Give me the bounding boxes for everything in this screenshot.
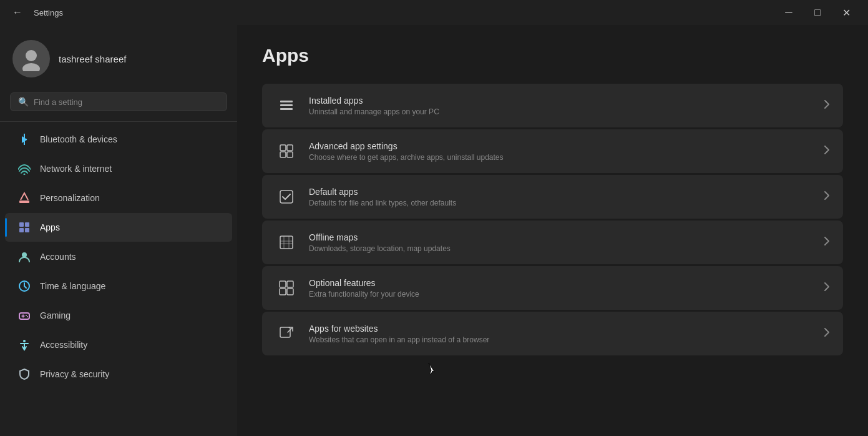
advanced-app-settings-icon	[275, 140, 298, 162]
advanced-app-settings-chevron-icon	[824, 145, 830, 157]
default-apps-icon	[275, 186, 298, 208]
optional-features-title: Optional features	[309, 278, 812, 288]
svg-rect-26	[287, 289, 293, 295]
privacy-icon	[17, 367, 31, 381]
svg-point-8	[22, 252, 27, 257]
svg-rect-22	[280, 236, 293, 249]
default-apps-text: Default appsDefaults for file and link t…	[309, 187, 812, 207]
svg-rect-14	[280, 101, 293, 102]
default-apps-title: Default apps	[309, 187, 812, 197]
page-title: Apps	[262, 45, 843, 66]
installed-apps-description: Uninstall and manage apps on your PC	[309, 107, 812, 116]
search-icon: 🔍	[18, 97, 29, 107]
offline-maps-text: Offline mapsDownloads, storage location,…	[309, 232, 812, 253]
offline-maps-icon	[275, 231, 298, 254]
installed-apps-text: Installed appsUninstall and manage apps …	[309, 96, 812, 116]
sidebar-label-personalization: Personalization	[40, 193, 100, 203]
svg-point-11	[26, 315, 27, 316]
optional-features-text: Optional featuresExtra functionality for…	[309, 278, 812, 299]
titlebar: ← Settings ─ □ ✕	[0, 0, 868, 25]
gaming-icon	[17, 309, 31, 322]
apps-for-websites-icon	[275, 322, 298, 345]
svg-rect-7	[25, 228, 29, 232]
svg-rect-3	[19, 201, 29, 203]
sidebar-item-apps[interactable]: Apps	[5, 213, 232, 242]
settings-item-advanced-app-settings[interactable]: Advanced app settingsChoose where to get…	[262, 129, 843, 173]
sidebar-label-network: Network & internet	[40, 164, 112, 174]
svg-point-0	[26, 50, 37, 61]
search-container: 🔍	[0, 90, 237, 119]
optional-features-icon	[275, 277, 298, 299]
sidebar-item-time[interactable]: Time & language	[5, 272, 232, 300]
svg-rect-16	[280, 108, 293, 110]
bluetooth-icon	[17, 132, 31, 146]
apps-for-websites-chevron-icon	[824, 327, 830, 340]
svg-rect-17	[280, 145, 286, 151]
settings-item-apps-for-websites[interactable]: Apps for websitesWebsites that can open …	[262, 312, 843, 355]
apps-icon	[17, 220, 31, 234]
sidebar-item-personalization[interactable]: Personalization	[5, 184, 232, 212]
content-area: Apps Installed appsUninstall and manage …	[237, 25, 868, 436]
advanced-app-settings-text: Advanced app settingsChoose where to get…	[309, 141, 812, 162]
time-icon	[17, 279, 31, 293]
main-layout: tashreef shareef 🔍 Bluetooth & devicesNe…	[0, 25, 868, 436]
settings-list: Installed appsUninstall and manage apps …	[262, 84, 843, 355]
nav-list: Bluetooth & devicesNetwork & internetPer…	[0, 124, 237, 389]
advanced-app-settings-title: Advanced app settings	[309, 141, 812, 151]
search-input[interactable]	[34, 97, 219, 107]
titlebar-title: Settings	[34, 8, 63, 17]
user-profile[interactable]: tashreef shareef	[0, 25, 237, 90]
accessibility-icon	[17, 338, 31, 352]
svg-rect-24	[287, 281, 293, 287]
default-apps-description: Defaults for file and link types, other …	[309, 199, 812, 207]
sidebar-item-gaming[interactable]: Gaming	[5, 301, 232, 330]
settings-item-optional-features[interactable]: Optional featuresExtra functionality for…	[262, 266, 843, 310]
svg-rect-23	[280, 281, 286, 287]
svg-rect-18	[287, 145, 293, 151]
close-button[interactable]: ✕	[832, 2, 861, 22]
sidebar-label-gaming: Gaming	[40, 310, 71, 320]
settings-item-installed-apps[interactable]: Installed appsUninstall and manage apps …	[262, 84, 843, 127]
sidebar-item-accounts[interactable]: Accounts	[5, 242, 232, 271]
sidebar-divider	[0, 121, 237, 122]
titlebar-controls: ─ □ ✕	[774, 2, 861, 22]
default-apps-chevron-icon	[824, 191, 830, 203]
titlebar-left: ← Settings	[7, 4, 63, 21]
installed-apps-title: Installed apps	[309, 96, 812, 106]
sidebar-label-privacy: Privacy & security	[40, 369, 109, 379]
optional-features-chevron-icon	[824, 282, 830, 294]
svg-rect-5	[25, 222, 29, 227]
network-icon	[17, 162, 31, 176]
sidebar-item-accessibility[interactable]: Accessibility	[5, 330, 232, 359]
svg-point-2	[24, 174, 26, 176]
sidebar-label-time: Time & language	[40, 281, 105, 291]
sidebar-item-network[interactable]: Network & internet	[5, 154, 232, 183]
apps-for-websites-description: Websites that can open in an app instead…	[309, 335, 812, 344]
svg-rect-15	[280, 104, 293, 106]
svg-point-12	[27, 316, 28, 317]
avatar	[12, 40, 50, 77]
sidebar-label-accessibility: Accessibility	[40, 340, 87, 350]
offline-maps-chevron-icon	[824, 236, 830, 249]
personalization-icon	[17, 191, 31, 205]
apps-for-websites-title: Apps for websites	[309, 324, 812, 334]
username: tashreef shareef	[59, 54, 126, 64]
search-box: 🔍	[10, 92, 227, 111]
sidebar-item-bluetooth[interactable]: Bluetooth & devices	[5, 125, 232, 154]
sidebar-label-apps: Apps	[40, 222, 60, 232]
maximize-button[interactable]: □	[803, 2, 832, 22]
minimize-button[interactable]: ─	[774, 2, 803, 22]
installed-apps-chevron-icon	[824, 99, 830, 112]
settings-item-offline-maps[interactable]: Offline mapsDownloads, storage location,…	[262, 220, 843, 264]
sidebar-item-privacy[interactable]: Privacy & security	[5, 360, 232, 389]
svg-point-13	[23, 340, 26, 342]
sidebar-label-accounts: Accounts	[40, 252, 76, 262]
svg-rect-27	[280, 327, 290, 337]
settings-item-default-apps[interactable]: Default appsDefaults for file and link t…	[262, 175, 843, 219]
svg-rect-20	[287, 152, 293, 157]
svg-rect-19	[280, 152, 286, 157]
installed-apps-icon	[275, 94, 298, 117]
accounts-icon	[17, 250, 31, 264]
back-button[interactable]: ←	[7, 4, 27, 21]
offline-maps-title: Offline maps	[309, 232, 812, 242]
